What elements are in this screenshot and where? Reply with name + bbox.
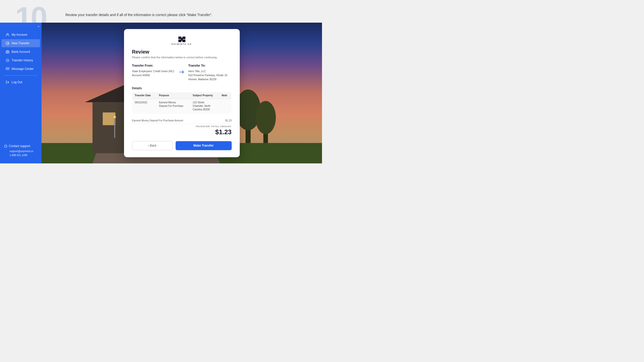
sidebar-item-message-center[interactable]: Message Center: [2, 65, 40, 73]
svg-rect-5: [6, 68, 9, 70]
sidebar-item-logout[interactable]: Log Out: [2, 78, 40, 86]
svg-rect-17: [103, 113, 115, 125]
transfer-arrow: [179, 64, 184, 74]
svg-point-28: [113, 116, 116, 118]
cell-property: 123 StreetCharlotte, NorthCarolina 28209: [190, 99, 219, 114]
svg-point-7: [6, 147, 6, 147]
sidebar-item-my-account[interactable]: My Account: [2, 31, 40, 39]
col-header-purpose: Purpose: [156, 92, 190, 99]
transfer-to-address1: 610 Preserve Parkway, #Suite 10: [188, 74, 232, 78]
sidebar-item-label: New Transfer: [12, 41, 29, 45]
sidebar-item-bank-account[interactable]: Bank Account: [2, 48, 40, 56]
details-title: Details: [132, 86, 232, 90]
details-section: Details Transfer Date Purpose Subject Pr…: [132, 86, 232, 114]
total-section: TRANSFER TOTAL AMOUNT $1.23: [132, 125, 232, 136]
brand-name-text: PAYMINTS.CO: [172, 43, 192, 45]
sidebar-item-label: Log Out: [12, 80, 22, 84]
table-row: 09/22/2022 Earnest MoneyDeposit For Purc…: [132, 99, 231, 114]
transfer-to-name: Hero Title, LLC: [188, 70, 232, 74]
sidebar-divider: [4, 75, 37, 76]
support-email: support@paymints.io: [10, 149, 37, 153]
contact-support-label: Contact support: [4, 144, 37, 148]
svg-point-26: [255, 101, 276, 134]
history-icon: [6, 58, 10, 62]
transfer-sections: Transfer From: State Employees' Credit U…: [132, 64, 232, 81]
cell-date: 09/22/2022: [132, 99, 156, 114]
main-content: « My Account New Transfer: [0, 23, 322, 163]
cell-purpose: Earnest MoneyDeposit For Purchase: [156, 99, 190, 114]
total-amount: $1.23: [132, 128, 232, 136]
svg-rect-3: [7, 52, 8, 53]
support-contact-info: support@paymints.io 1-888-921-1090: [4, 149, 37, 157]
modal-subtitle: Please confirm that the information belo…: [132, 56, 232, 59]
background-area: PAYMINTS.CO Review Please confirm that t…: [42, 23, 322, 163]
support-icon: [4, 145, 7, 148]
sidebar-item-label: Transfer History: [12, 59, 33, 62]
sidebar-item-label: My Account: [12, 33, 27, 36]
logout-icon: [6, 80, 10, 84]
transfer-from-label: Transfer From:: [132, 64, 175, 68]
sidebar-item-new-transfer[interactable]: New Transfer: [2, 39, 40, 47]
transfer-to-section: Transfer To: Hero Title, LLC 610 Preserv…: [188, 64, 232, 81]
svg-rect-27: [114, 118, 115, 138]
bank-icon: [6, 50, 10, 54]
modal-title: Review: [132, 49, 232, 55]
summary-label: Earnest Money Deposit For Purchase Amoun…: [132, 119, 183, 122]
col-header-note: Note: [219, 92, 231, 99]
arrow-right-icon: [179, 70, 184, 74]
transfer-icon: [6, 41, 10, 45]
modal-logo: PAYMINTS.CO: [132, 36, 232, 45]
sidebar-item-transfer-history[interactable]: Transfer History: [2, 56, 40, 64]
sidebar-nav: My Account New Transfer: [0, 26, 42, 91]
message-icon: [6, 67, 10, 71]
cell-note: [219, 99, 231, 114]
instruction-area: 10 Review your transfer details and if a…: [0, 0, 322, 23]
sidebar: « My Account New Transfer: [0, 23, 42, 163]
brand-logo: PAYMINTS.CO: [132, 36, 232, 45]
sidebar-item-label: Message Center: [12, 67, 34, 71]
brand-logo-icon: [178, 36, 186, 43]
col-header-property: Subject Property: [190, 92, 219, 99]
back-button[interactable]: ‹ Back: [132, 141, 173, 150]
summary-row: Earnest Money Deposit For Purchase Amoun…: [132, 118, 232, 124]
instruction-text: Review your transfer details and if all …: [65, 5, 212, 18]
col-header-date: Transfer Date: [132, 92, 156, 99]
modal-buttons: ‹ Back Make Transfer: [132, 141, 232, 150]
total-label: TRANSFER TOTAL AMOUNT: [132, 125, 232, 128]
summary-amount: $1.23: [225, 119, 231, 122]
person-icon: [6, 33, 10, 37]
review-modal: PAYMINTS.CO Review Please confirm that t…: [124, 29, 240, 157]
make-transfer-button[interactable]: Make Transfer: [176, 141, 232, 150]
details-table: Transfer Date Purpose Subject Property N…: [132, 92, 232, 114]
collapse-button[interactable]: «: [38, 25, 39, 28]
transfer-to-label: Transfer To:: [188, 64, 232, 68]
transfer-from-section: Transfer From: State Employees' Credit U…: [132, 64, 175, 78]
svg-rect-33: [181, 38, 183, 41]
sidebar-support: Contact support support@paymints.io 1-88…: [0, 141, 42, 160]
support-phone: 1-888-921-1090: [10, 153, 37, 157]
transfer-to-address2: Hoover, Alabama 35226: [188, 77, 232, 81]
sidebar-item-label: Bank Account: [12, 50, 30, 54]
transfer-from-account: Account X0000: [132, 74, 175, 78]
transfer-from-bank: State Employees' Credit Union (NC): [132, 70, 175, 74]
